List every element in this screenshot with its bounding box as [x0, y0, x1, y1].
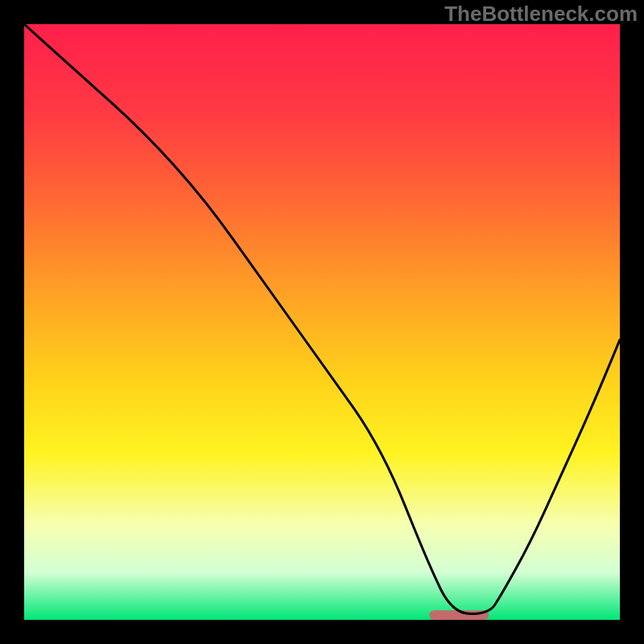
chart-container: { "watermark": "TheBottleneck.com", "cha… [0, 0, 644, 644]
heat-background [24, 24, 620, 620]
plot-svg [24, 24, 620, 620]
watermark-text: TheBottleneck.com [444, 2, 638, 27]
